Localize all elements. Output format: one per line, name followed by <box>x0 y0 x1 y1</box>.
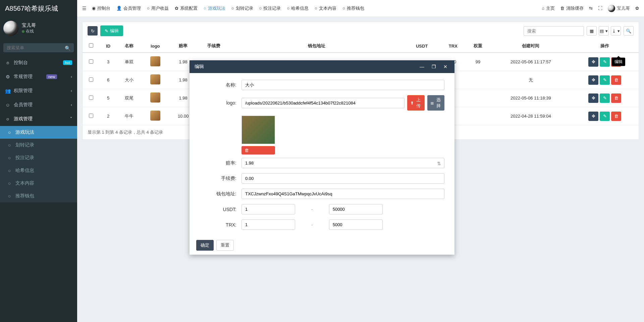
col-header-6[interactable]: 钱包地址 <box>230 40 403 53</box>
top-tab-8[interactable]: ○文本内容 <box>315 5 336 11</box>
select-button[interactable]: ≣选择 <box>427 95 444 111</box>
trx-min-input[interactable] <box>241 219 295 230</box>
row-edit-button[interactable]: ✎ <box>600 93 610 103</box>
sidebar-subitem-4-5[interactable]: ○推荐钱包 <box>0 190 77 202</box>
row-checkbox[interactable] <box>89 77 93 82</box>
sidebar-subitem-4-2[interactable]: ○投注记录 <box>0 151 77 164</box>
edit-tooltip: 编辑 <box>612 58 625 66</box>
brand[interactable]: A8567哈希娱乐城 <box>0 0 77 17</box>
menu-icon: ○ <box>7 142 12 148</box>
name-input[interactable] <box>241 80 444 90</box>
col-header-0[interactable] <box>83 40 100 53</box>
sidebar-subitem-4-0[interactable]: ○游戏玩法 <box>0 126 77 139</box>
row-checkbox[interactable] <box>89 114 93 118</box>
row-edit-button[interactable]: ✎ <box>600 57 610 67</box>
top-tab-3[interactable]: ✿系统配置 <box>175 5 198 11</box>
row-delete-button[interactable]: 🗑 <box>611 75 621 85</box>
table-search-input[interactable] <box>524 26 584 36</box>
col-header-2[interactable]: 名称 <box>117 40 142 53</box>
top-tab-2[interactable]: ○用户收益 <box>147 5 169 11</box>
usdt-max-input[interactable] <box>329 204 383 214</box>
minimize-button[interactable]: — <box>418 64 426 69</box>
menu-icon: ○ <box>5 116 10 122</box>
refresh-button[interactable]: ↻ <box>88 26 98 36</box>
logo-path-input[interactable] <box>241 98 405 108</box>
user-name: 宝儿哥 <box>22 22 36 28</box>
row-edit-button[interactable]: ✎ <box>600 112 610 121</box>
sidebar-item-3[interactable]: ☺会员管理‹ <box>0 98 77 112</box>
status-dot-icon <box>22 30 24 33</box>
avatar-icon <box>608 5 615 12</box>
clear-cache-link[interactable]: 🗑清除缓存 <box>560 5 584 11</box>
search-icon[interactable]: 🔍 <box>65 46 70 51</box>
maximize-button[interactable]: ❐ <box>430 64 438 69</box>
sidebar-item-4[interactable]: ○游戏管理˅ <box>0 112 77 126</box>
home-link[interactable]: ⌂主页 <box>542 5 555 11</box>
select-all-checkbox[interactable] <box>89 43 93 48</box>
logo-thumb <box>150 111 160 121</box>
top-tabs: ◉控制台👤会员管理○用户收益✿系统配置○游戏玩法○划转记录○投注记录○哈希信息○… <box>92 5 536 11</box>
sidebar-menu: ⌾控制台hot⚙常规管理new‹👥权限管理‹☺会员管理‹○游戏管理˅○游戏玩法○… <box>0 56 77 202</box>
settings-link[interactable]: ✿ <box>635 6 639 11</box>
col-header-11[interactable]: 操作 <box>571 40 639 53</box>
modal-body: 名称: logo: ⬆上传 ≣选择 🗑 赔率: <box>190 73 454 236</box>
sidebar-subitem-4-1[interactable]: ○划转记录 <box>0 139 77 151</box>
top-tab-9[interactable]: ○推荐钱包 <box>342 5 364 11</box>
label-name: 名称: <box>200 82 236 88</box>
col-header-3[interactable]: logo <box>142 40 169 53</box>
upload-button[interactable]: ⬆上传 <box>407 95 424 111</box>
topbar: ☰ ◉控制台👤会员管理○用户收益✿系统配置○游戏玩法○划转记录○投注记录○哈希信… <box>77 0 644 17</box>
row-checkbox[interactable] <box>89 95 93 100</box>
row-move-button[interactable]: ✥ <box>588 57 598 67</box>
col-header-7[interactable]: USDT <box>403 40 441 53</box>
col-header-10[interactable]: 创建时间 <box>490 40 571 53</box>
lang-toggle[interactable]: ⇆ <box>589 6 593 11</box>
user-menu[interactable]: 宝儿哥 <box>608 5 630 12</box>
hamburger-icon[interactable]: ☰ <box>82 6 87 11</box>
col-header-5[interactable]: 手续费 <box>198 40 230 53</box>
close-button[interactable]: ✕ <box>441 64 449 69</box>
tab-icon: ○ <box>259 6 262 11</box>
sidebar-item-0[interactable]: ⌾控制台hot <box>0 56 77 70</box>
row-edit-button[interactable]: ✎ <box>600 75 610 85</box>
address-input[interactable] <box>241 189 444 199</box>
search-button[interactable]: 🔍 <box>624 26 634 36</box>
top-tab-1[interactable]: 👤会员管理 <box>116 5 141 11</box>
sidebar-item-1[interactable]: ⚙常规管理new‹ <box>0 70 77 84</box>
col-header-8[interactable]: TRX <box>441 40 466 53</box>
sidebar-subitem-4-3[interactable]: ○哈希信息 <box>0 164 77 177</box>
top-tab-4[interactable]: ○游戏玩法 <box>204 5 225 11</box>
row-move-button[interactable]: ✥ <box>588 93 598 103</box>
export-button[interactable]: ⤓▾ <box>611 26 621 36</box>
row-move-button[interactable]: ✥ <box>588 75 598 85</box>
row-checkbox[interactable] <box>89 59 93 64</box>
tab-icon: ○ <box>204 6 206 11</box>
sidebar-subitem-4-4[interactable]: ○文本内容 <box>0 177 77 190</box>
ok-button[interactable]: 确定 <box>196 240 214 251</box>
row-delete-button[interactable]: 🗑 <box>611 93 621 103</box>
reset-button[interactable]: 重置 <box>216 240 234 251</box>
fee-input[interactable] <box>241 173 444 184</box>
rate-select[interactable] <box>241 158 444 168</box>
sidebar-item-2[interactable]: 👥权限管理‹ <box>0 84 77 98</box>
col-header-1[interactable]: ID <box>100 40 117 53</box>
top-tab-6[interactable]: ○投注记录 <box>259 5 281 11</box>
col-header-9[interactable]: 权重 <box>466 40 490 53</box>
columns-button[interactable]: ▤▾ <box>599 26 609 36</box>
top-tab-0[interactable]: ◉控制台 <box>92 5 110 11</box>
logo-delete-button[interactable]: 🗑 <box>241 146 275 154</box>
sidebar-search-input[interactable] <box>3 43 74 52</box>
top-tab-5[interactable]: ○划转记录 <box>231 5 253 11</box>
top-tab-7[interactable]: ○哈希信息 <box>287 5 309 11</box>
avatar[interactable] <box>3 21 18 36</box>
modal-header[interactable]: 编辑 — ❐ ✕ <box>190 60 454 73</box>
edit-button[interactable]: ✎编辑 <box>100 25 123 36</box>
fullscreen-toggle[interactable]: ⛶ <box>598 6 602 11</box>
menu-icon: ○ <box>7 168 12 173</box>
col-header-4[interactable]: 赔率 <box>169 40 198 53</box>
trx-max-input[interactable] <box>329 219 383 230</box>
row-delete-button[interactable]: 🗑 <box>611 112 621 121</box>
row-move-button[interactable]: ✥ <box>588 112 598 121</box>
card-view-button[interactable]: ▦ <box>587 26 597 36</box>
usdt-min-input[interactable] <box>241 204 295 214</box>
